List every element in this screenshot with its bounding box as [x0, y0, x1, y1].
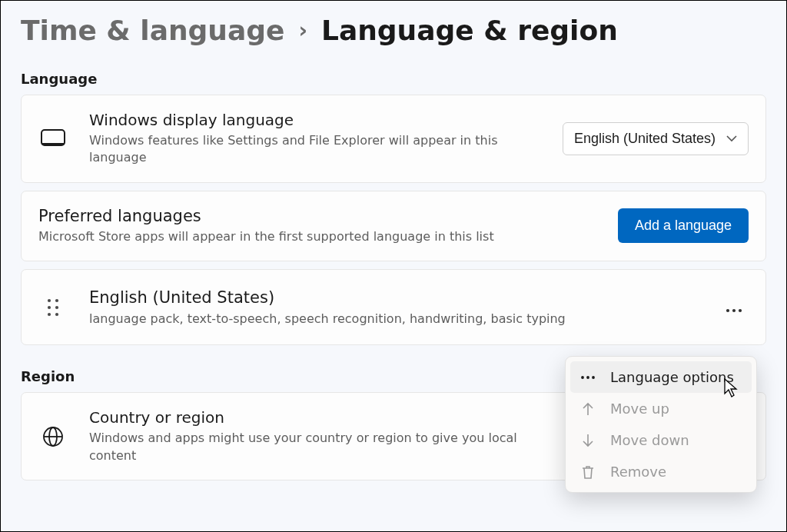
display-language-select[interactable]: English (United States): [563, 122, 749, 155]
arrow-down-icon: [579, 433, 596, 448]
breadcrumb: Time & language › Language & region: [21, 15, 766, 46]
display-language-card: Windows display language Windows feature…: [21, 95, 766, 183]
menu-move-down-label: Move down: [610, 432, 689, 448]
svg-point-4: [48, 306, 51, 309]
chevron-right-icon: ›: [298, 18, 307, 43]
preferred-languages-subtitle: Microsoft Store apps will appear in the …: [38, 228, 530, 245]
svg-point-15: [586, 376, 589, 379]
add-language-button[interactable]: Add a language: [618, 208, 749, 243]
display-icon: [35, 129, 71, 148]
language-item-more-button[interactable]: [719, 294, 749, 321]
svg-point-7: [55, 313, 58, 316]
svg-point-6: [48, 313, 51, 316]
country-region-subtitle: Windows and apps might use your country …: [89, 430, 520, 464]
language-item-name: English (United States): [89, 288, 701, 307]
menu-language-options-label: Language options: [610, 369, 734, 385]
menu-remove: Remove: [570, 456, 752, 487]
chevron-down-icon: [726, 132, 737, 145]
breadcrumb-current: Language & region: [321, 15, 618, 46]
svg-point-16: [592, 376, 595, 379]
display-language-selected: English (United States): [574, 131, 716, 147]
display-language-title: Windows display language: [89, 111, 544, 129]
trash-icon: [579, 464, 596, 480]
breadcrumb-parent[interactable]: Time & language: [21, 15, 284, 46]
svg-point-3: [55, 299, 58, 302]
ellipsis-icon: [579, 375, 596, 380]
cursor-icon: [724, 378, 739, 401]
language-item: English (United States) language pack, t…: [21, 269, 766, 345]
preferred-languages-card: Preferred languages Microsoft Store apps…: [21, 191, 766, 261]
svg-point-5: [55, 306, 58, 309]
preferred-languages-title: Preferred languages: [38, 207, 599, 225]
menu-move-down: Move down: [570, 424, 752, 456]
svg-point-14: [581, 376, 584, 379]
svg-point-8: [726, 309, 729, 312]
menu-move-up-label: Move up: [610, 401, 669, 417]
globe-icon: [35, 426, 71, 447]
language-context-menu: Language options Move up Move down Remov…: [565, 356, 757, 493]
menu-remove-label: Remove: [610, 464, 666, 480]
language-item-features: language pack, text-to-speech, speech re…: [89, 311, 701, 326]
language-section-header: Language: [21, 71, 766, 87]
display-language-subtitle: Windows features like Settings and File …: [89, 132, 520, 167]
drag-handle-icon[interactable]: [35, 298, 71, 318]
svg-point-2: [48, 299, 51, 302]
svg-point-10: [739, 309, 742, 312]
arrow-up-icon: [579, 401, 596, 417]
svg-point-9: [732, 309, 736, 312]
